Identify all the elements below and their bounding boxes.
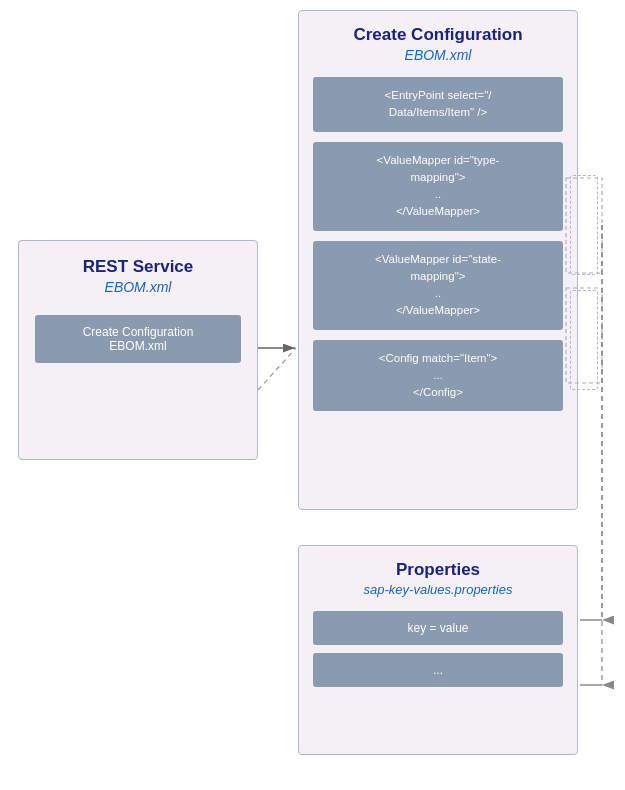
create-config-box: Create Configuration EBOM.xml <EntryPoin… xyxy=(298,10,578,510)
rest-service-box: REST Service EBOM.xml Create Configurati… xyxy=(18,240,258,460)
create-config-title: Create Configuration xyxy=(313,25,563,45)
create-config-subtitle: EBOM.xml xyxy=(313,47,563,63)
rest-service-inner-line1: Create Configuration xyxy=(83,325,194,339)
diagram-container: REST Service EBOM.xml Create Configurati… xyxy=(0,0,625,790)
properties-block-2: ... xyxy=(313,653,563,687)
create-config-block-3: <ValueMapper id="state-mapping">..</Valu… xyxy=(313,241,563,330)
create-config-block-1: <EntryPoint select="/Data/Items/Item" /> xyxy=(313,77,563,132)
create-config-block-4: <Config match="Item">...</Config> xyxy=(313,340,563,412)
rest-service-inner-block: Create Configuration EBOM.xml xyxy=(35,315,241,363)
dashed-line-inner-to-config xyxy=(258,348,296,390)
rest-service-subtitle: EBOM.xml xyxy=(35,279,241,295)
rest-service-title: REST Service xyxy=(35,257,241,277)
rest-service-inner-line2: EBOM.xml xyxy=(109,339,166,353)
properties-box: Properties sap-key-values.properties key… xyxy=(298,545,578,755)
create-config-block-2: <ValueMapper id="type-mapping">..</Value… xyxy=(313,142,563,231)
properties-title: Properties xyxy=(313,560,563,580)
properties-subtitle: sap-key-values.properties xyxy=(313,582,563,597)
properties-block-1: key = value xyxy=(313,611,563,645)
